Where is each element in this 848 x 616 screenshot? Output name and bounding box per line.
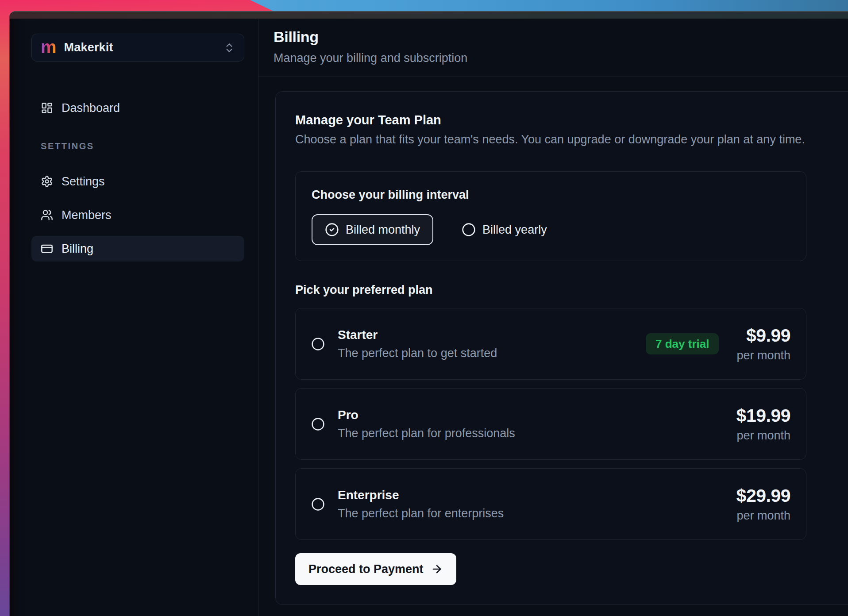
billing-interval-options: Billed monthly Billed yearly bbox=[312, 214, 790, 245]
plan-info: Starter The perfect plan to get started bbox=[338, 328, 497, 360]
plan-description: The perfect plan to get started bbox=[338, 346, 497, 360]
price-block: $19.99 per month bbox=[736, 405, 790, 443]
page-content: Manage your Team Plan Choose a plan that… bbox=[258, 77, 848, 616]
page-header: Billing Manage your billing and subscrip… bbox=[258, 19, 848, 77]
app-window: m Makerkit Dashboard SETTINGS bbox=[9, 11, 848, 616]
plan-period: per month bbox=[736, 508, 790, 523]
proceed-to-payment-button[interactable]: Proceed to Payment bbox=[295, 553, 456, 585]
sidebar-section-label: SETTINGS bbox=[31, 141, 245, 153]
sidebar-settings-group: Settings Members Billing bbox=[31, 169, 245, 262]
plan-right: $29.99 per month bbox=[736, 485, 790, 523]
price-block: $9.99 per month bbox=[736, 325, 790, 362]
billing-interval-box: Choose your billing interval Billed mont… bbox=[295, 171, 806, 261]
users-icon bbox=[41, 209, 53, 221]
workspace-selector[interactable]: m Makerkit bbox=[31, 34, 244, 62]
card-title: Manage your Team Plan bbox=[295, 112, 842, 127]
sidebar-item-members[interactable]: Members bbox=[31, 202, 244, 228]
plan-name: Enterprise bbox=[338, 488, 504, 502]
layout-dashboard-icon bbox=[41, 102, 53, 114]
sidebar-item-billing[interactable]: Billing bbox=[31, 236, 244, 262]
trial-badge: 7 day trial bbox=[646, 333, 719, 354]
billed-yearly-option[interactable]: Billed yearly bbox=[462, 223, 547, 237]
sidebar: m Makerkit Dashboard SETTINGS bbox=[10, 19, 258, 616]
plan-price: $9.99 bbox=[736, 325, 790, 346]
sidebar-item-label: Billing bbox=[62, 242, 93, 256]
billed-monthly-option[interactable]: Billed monthly bbox=[312, 214, 433, 245]
plan-description: The perfect plan for enterprises bbox=[338, 506, 504, 520]
circle-check-icon bbox=[325, 223, 339, 237]
sidebar-item-label: Members bbox=[62, 208, 112, 222]
plan-description: The perfect plan for professionals bbox=[338, 426, 515, 440]
plan-period: per month bbox=[736, 348, 790, 362]
plan-name: Starter bbox=[338, 328, 497, 342]
sidebar-nav: Dashboard SETTINGS Settings Membe bbox=[31, 95, 245, 262]
page-subtitle: Manage your billing and subscription bbox=[274, 51, 848, 65]
makerkit-logo: m bbox=[41, 38, 57, 56]
sidebar-item-label: Dashboard bbox=[62, 101, 120, 115]
gear-icon bbox=[41, 175, 53, 188]
billed-yearly-label: Billed yearly bbox=[482, 223, 547, 237]
plan-right: 7 day trial $9.99 per month bbox=[646, 325, 790, 362]
sidebar-item-label: Settings bbox=[62, 175, 105, 189]
price-block: $29.99 per month bbox=[736, 485, 790, 523]
team-plan-card: Manage your Team Plan Choose a plan that… bbox=[275, 91, 848, 605]
radio-circle-icon[interactable] bbox=[311, 337, 325, 351]
plan-price: $29.99 bbox=[736, 485, 790, 506]
pick-plan-title: Pick your preferred plan bbox=[295, 283, 842, 297]
plan-row-enterprise[interactable]: Enterprise The perfect plan for enterpri… bbox=[295, 468, 806, 540]
radio-circle-icon[interactable] bbox=[311, 497, 325, 511]
main-area: Billing Manage your billing and subscrip… bbox=[258, 19, 848, 616]
arrow-right-icon bbox=[431, 563, 443, 575]
sidebar-item-settings[interactable]: Settings bbox=[31, 169, 244, 194]
credit-card-icon bbox=[41, 243, 53, 255]
card-subtitle: Choose a plan that fits your team's need… bbox=[295, 132, 842, 146]
plan-price: $19.99 bbox=[736, 405, 790, 426]
plan-period: per month bbox=[736, 428, 790, 443]
plan-info: Pro The perfect plan for professionals bbox=[338, 408, 515, 440]
plan-row-pro[interactable]: Pro The perfect plan for professionals $… bbox=[295, 388, 806, 460]
window-titlebar[interactable] bbox=[10, 12, 848, 19]
plan-row-starter[interactable]: Starter The perfect plan to get started … bbox=[295, 308, 806, 380]
plan-info: Enterprise The perfect plan for enterpri… bbox=[338, 488, 504, 520]
sidebar-item-dashboard[interactable]: Dashboard bbox=[31, 95, 244, 121]
page-title: Billing bbox=[274, 28, 848, 46]
billed-monthly-label: Billed monthly bbox=[346, 223, 420, 237]
radio-circle-icon[interactable] bbox=[311, 417, 325, 431]
proceed-to-payment-label: Proceed to Payment bbox=[308, 562, 424, 576]
plan-right: $19.99 per month bbox=[736, 405, 790, 443]
circle-radio-icon bbox=[462, 223, 476, 237]
billing-interval-title: Choose your billing interval bbox=[312, 189, 790, 201]
plan-name: Pro bbox=[338, 408, 515, 422]
app-body: m Makerkit Dashboard SETTINGS bbox=[10, 19, 848, 616]
plan-list: Starter The perfect plan to get started … bbox=[295, 308, 842, 540]
workspace-name: Makerkit bbox=[64, 41, 113, 54]
chevrons-up-down-icon bbox=[224, 42, 235, 54]
